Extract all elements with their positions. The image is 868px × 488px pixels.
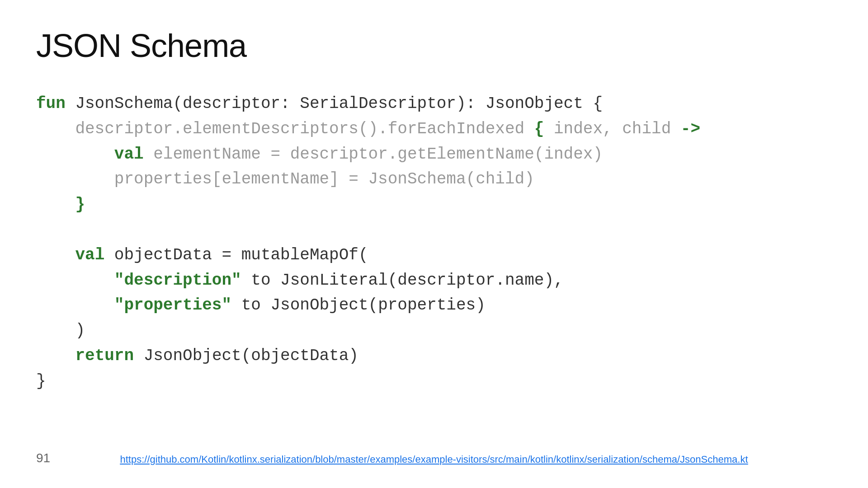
code-block: fun JsonSchema(descriptor: SerialDescrip… — [36, 91, 832, 394]
keyword-return: return — [75, 347, 134, 365]
code-line-12: } — [36, 369, 832, 394]
page-title: JSON Schema — [36, 27, 832, 64]
string-description: "description" — [114, 271, 241, 290]
code-gray-5: } — [36, 195, 85, 214]
code-line-5: } — [36, 192, 832, 217]
code-line-blank — [36, 217, 832, 243]
code-line-9: "properties" to JsonObject(properties) — [36, 293, 832, 318]
footer-link[interactable]: https://github.com/Kotlin/kotlinx.serial… — [0, 454, 868, 465]
code-line-10: ) — [36, 318, 832, 343]
code-gray-3: val elementName = descriptor.getElementN… — [36, 145, 603, 164]
code-line-4: properties[elementName] = JsonSchema(chi… — [36, 167, 832, 192]
string-properties: "properties" — [114, 296, 231, 314]
code-line-3: val elementName = descriptor.getElementN… — [36, 142, 832, 167]
code-line-1: fun JsonSchema(descriptor: SerialDescrip… — [36, 91, 832, 117]
code-line-7: val objectData = mutableMapOf( — [36, 243, 832, 268]
slide-container: JSON Schema fun JsonSchema(descriptor: S… — [0, 0, 868, 488]
code-text-1: JsonSchema(descriptor: SerialDescriptor)… — [66, 94, 603, 113]
code-gray-2: descriptor.elementDescriptors().forEachI… — [36, 120, 700, 138]
footer-link-anchor[interactable]: https://github.com/Kotlin/kotlinx.serial… — [120, 454, 748, 465]
keyword-fun: fun — [36, 94, 66, 113]
keyword-val: val — [75, 246, 104, 264]
code-gray-4: properties[elementName] = JsonSchema(chi… — [36, 170, 534, 188]
code-line-2: descriptor.elementDescriptors().forEachI… — [36, 117, 832, 142]
code-line-11: return JsonObject(objectData) — [36, 343, 832, 369]
code-line-8: "description" to JsonLiteral(descriptor.… — [36, 268, 832, 293]
